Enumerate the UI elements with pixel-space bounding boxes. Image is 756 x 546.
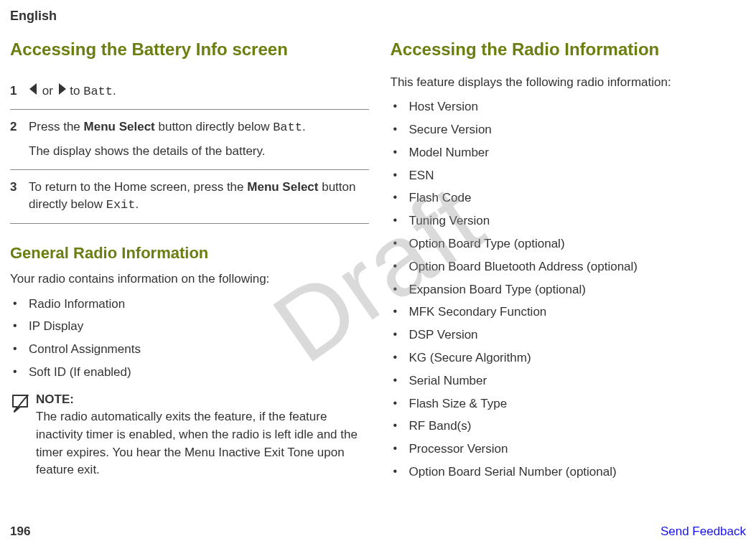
step-3-p1e: . — [136, 197, 139, 211]
step-2-p2: The display shows the details of the bat… — [29, 143, 369, 161]
left-column: Accessing the Battery Info screen 1 or t… — [10, 39, 369, 486]
two-column-layout: Accessing the Battery Info screen 1 or t… — [10, 39, 749, 486]
step-3-p1a: To return to the Home screen, press the — [29, 180, 247, 194]
list-item: Serial Number — [391, 372, 750, 390]
list-item: ESN — [391, 167, 750, 184]
list-item: Model Number — [391, 144, 750, 161]
list-item: Tuning Version — [391, 212, 750, 230]
note-body: The radio automatically exits the featur… — [36, 410, 358, 476]
list-item: Option Board Type (optional) — [391, 235, 750, 253]
list-item: MFK Secondary Function — [391, 303, 750, 321]
heading-general-radio-info: General Radio Information — [10, 244, 369, 263]
page-number: 196 — [10, 524, 30, 539]
step-3-exit: Exit — [106, 198, 136, 212]
list-item: Flash Code — [391, 189, 750, 207]
step-1-number: 1 — [10, 83, 29, 100]
left-arrow-icon — [29, 83, 39, 100]
step-2-menu-select: Menu Select — [84, 120, 155, 133]
step-1-batt: Batt — [83, 85, 113, 98]
list-item: Soft ID (If enabled) — [10, 364, 369, 381]
step-1-or: or — [39, 84, 57, 98]
list-item: Secure Version — [391, 121, 750, 138]
note-title: NOTE: — [36, 392, 74, 406]
right-arrow-icon — [57, 83, 67, 100]
step-2-p1e: . — [302, 120, 306, 133]
step-1-dot: . — [113, 84, 116, 98]
step-2-batt: Batt — [273, 121, 302, 134]
list-item: Option Board Bluetooth Address (optional… — [391, 258, 750, 276]
step-3-menu-select: Menu Select — [247, 180, 318, 194]
send-feedback-link[interactable]: Send Feedback — [661, 524, 746, 539]
note-block: NOTE: The radio automatically exits the … — [10, 391, 369, 479]
list-item: Host Version — [391, 98, 750, 116]
list-item: Radio Information — [10, 296, 369, 313]
radio-info-list: Host Version Secure Version Model Number… — [391, 98, 750, 481]
step-2-p1a: Press the — [29, 120, 84, 133]
general-intro: Your radio contains information on the f… — [10, 270, 369, 288]
heading-radio-information: Accessing the Radio Information — [391, 39, 750, 60]
step-1: 1 or to Batt. — [10, 74, 369, 110]
step-3: 3 To return to the Home screen, press th… — [10, 170, 369, 224]
list-item: Processor Version — [391, 441, 750, 458]
right-column: Accessing the Radio Information This fea… — [391, 39, 750, 486]
step-3-body: To return to the Home screen, press the … — [29, 179, 369, 215]
list-item: Expansion Board Type (optional) — [391, 281, 750, 298]
step-2-number: 2 — [10, 118, 29, 136]
list-item: KG (Secure Algorithm) — [391, 349, 750, 367]
page-content: English Accessing the Battery Info scree… — [0, 0, 756, 546]
language-label: English — [10, 9, 749, 24]
note-icon — [10, 391, 36, 418]
page-footer: 196 Send Feedback — [10, 524, 746, 539]
general-info-list: Radio Information IP Display Control Ass… — [10, 296, 369, 381]
list-item: Option Board Serial Number (optional) — [391, 463, 750, 481]
list-item: RF Band(s) — [391, 418, 750, 435]
step-2: 2 Press the Menu Select button directly … — [10, 110, 369, 169]
step-3-number: 3 — [10, 179, 29, 197]
radio-info-intro: This feature displays the following radi… — [391, 73, 750, 92]
list-item: IP Display — [10, 318, 369, 335]
svg-marker-0 — [29, 83, 37, 95]
step-2-body: Press the Menu Select button directly be… — [29, 118, 369, 160]
step-1-body: or to Batt. — [29, 83, 369, 101]
svg-marker-1 — [59, 83, 66, 95]
step-2-p1c: button directly below — [155, 120, 273, 133]
list-item: DSP Version — [391, 326, 750, 344]
step-1-to: to — [67, 84, 84, 98]
note-text: NOTE: The radio automatically exits the … — [36, 391, 369, 479]
list-item: Control Assignments — [10, 341, 369, 358]
heading-battery-info: Accessing the Battery Info screen — [10, 39, 369, 60]
step-list: 1 or to Batt. 2 — [10, 73, 369, 224]
list-item: Flash Size & Type — [391, 395, 750, 413]
